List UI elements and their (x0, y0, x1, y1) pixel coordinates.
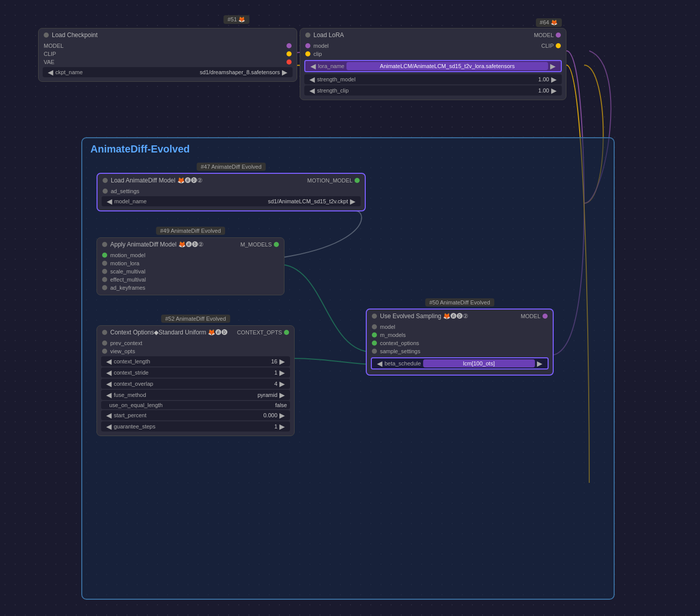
uel-value: false (165, 402, 287, 408)
cs-right[interactable]: ▶ (277, 368, 287, 377)
mn-left-arrow[interactable]: ◀ (105, 197, 114, 205)
lora-name-field[interactable]: ◀ lora_name AnimateLCM/AnimateLCM_sd15_t… (304, 60, 562, 72)
motion-model-in-row: motion_model (97, 251, 284, 259)
gs-right[interactable]: ▶ (277, 422, 287, 430)
lora-clip-label: clip (313, 51, 322, 57)
node50-model-port[interactable] (543, 314, 548, 319)
model-name-field[interactable]: ◀ model_name sd1/AnimateLCM_sd15_t2v.ckp… (102, 196, 361, 206)
m-models-port[interactable] (274, 242, 279, 247)
sp-left[interactable]: ◀ (104, 411, 114, 419)
node47-dot (103, 178, 108, 183)
node49-dot (102, 242, 107, 247)
sc-value: 1.00 (351, 87, 549, 94)
motion-model-port[interactable] (355, 178, 360, 183)
uel-label: use_on_equal_length (109, 402, 163, 408)
sm-value: 1.00 (358, 76, 549, 82)
lora-name-left-arrow[interactable]: ◀ (308, 62, 318, 70)
view-opts-port[interactable] (102, 349, 107, 354)
cs-label: context_stride (114, 369, 148, 376)
node-title: Load Checkpoint (52, 32, 98, 39)
node50-model-label: MODEL (521, 313, 540, 319)
context-length-field[interactable]: ◀ context_length 16 ▶ (101, 356, 290, 366)
sm-right-arrow[interactable]: ▶ (549, 75, 559, 83)
mn-label: model_name (114, 198, 147, 204)
sc-right-arrow[interactable]: ▶ (549, 86, 559, 95)
ckpt-right-arrow[interactable]: ▶ (280, 68, 290, 76)
strength-clip-field[interactable]: ◀ strength_clip 1.00 ▶ (304, 85, 562, 96)
vae-label: VAE (44, 59, 54, 65)
model-port[interactable] (287, 43, 292, 48)
fuse-method-field[interactable]: ◀ fuse_method pyramid ▶ (101, 390, 290, 400)
use-on-equal-length-field[interactable]: use_on_equal_length false (101, 401, 290, 409)
cs-left[interactable]: ◀ (104, 368, 114, 377)
node50-sample-port[interactable] (372, 349, 377, 354)
ad-settings-row: ad_settings (98, 187, 365, 195)
node49-badge: #49 AnimateDiff Evolved (156, 227, 225, 235)
sm-left-arrow[interactable]: ◀ (307, 75, 317, 83)
co-left[interactable]: ◀ (104, 380, 114, 388)
clip-port[interactable] (287, 51, 292, 56)
effect-multival-label: effect_multival (110, 276, 146, 283)
model-right-port[interactable] (556, 33, 561, 38)
fm-value: pyramid (148, 392, 277, 398)
view-opts-label: view_opts (110, 348, 135, 354)
lora-model-in-port[interactable] (305, 43, 310, 48)
context-stride-field[interactable]: ◀ context_stride 1 ▶ (101, 367, 290, 378)
lora-name-value: AnimateLCM/AnimateLCM_sd15_t2v_lora.safe… (346, 62, 548, 70)
bs-left[interactable]: ◀ (375, 359, 385, 367)
clip-right-port[interactable] (556, 43, 561, 48)
node50-sample-label: sample_settings (380, 348, 421, 354)
gs-left[interactable]: ◀ (104, 422, 114, 430)
prev-context-port[interactable] (102, 341, 107, 346)
fm-right[interactable]: ▶ (277, 391, 287, 399)
clip-label: CLIP (44, 51, 56, 57)
ckpt-left-arrow[interactable]: ◀ (46, 68, 55, 76)
cl-right[interactable]: ▶ (277, 357, 287, 365)
node50-model-row: model (367, 323, 553, 331)
effect-multival-row: effect_multival (97, 275, 284, 284)
motion-model-in-port[interactable] (102, 253, 107, 258)
effect-multival-port[interactable] (102, 277, 107, 282)
node50-context-port[interactable] (372, 341, 377, 346)
node50-dot (372, 314, 377, 319)
ckpt-name-field[interactable]: ◀ ckpt_name sd1/dreamshaper_8.safetensor… (43, 67, 293, 77)
node50-context-row: context_options (367, 339, 553, 347)
co-right[interactable]: ▶ (277, 380, 287, 388)
node50-context-label: context_options (380, 340, 419, 346)
lora-clip-in-port[interactable] (305, 51, 310, 56)
ad-keyframes-port[interactable] (102, 285, 107, 290)
bs-right[interactable]: ▶ (535, 359, 545, 367)
start-percent-field[interactable]: ◀ start_percent 0.000 ▶ (101, 410, 290, 420)
load-lora-node: #64 🦊 Load LoRA MODEL model CLIP clip ◀ … (300, 28, 566, 100)
node52-dot (102, 330, 107, 335)
vae-port[interactable] (287, 59, 292, 65)
motion-lora-port[interactable] (102, 261, 107, 266)
m-models-label: M_MODELS (240, 241, 272, 248)
node50-model-in-port[interactable] (372, 324, 377, 329)
gs-label: guarantee_steps (114, 423, 155, 429)
ad-keyframes-label: ad_keyframes (110, 285, 145, 291)
guarantee-steps-field[interactable]: ◀ guarantee_steps 1 ▶ (101, 421, 290, 432)
beta-schedule-field[interactable]: ◀ beta_schedule lcm[100_ots] ▶ (371, 357, 549, 369)
fm-left[interactable]: ◀ (104, 391, 114, 399)
context-opts-port[interactable] (284, 330, 289, 335)
cl-left[interactable]: ◀ (104, 357, 114, 365)
context-overlap-field[interactable]: ◀ context_overlap 4 ▶ (101, 379, 290, 389)
fm-label: fuse_method (114, 392, 146, 398)
lora-model-row: model CLIP (300, 42, 566, 50)
node50-title: Use Evolved Sampling 🦊🅐🅓② (380, 313, 468, 320)
node64-badge: #64 🦊 (536, 18, 562, 27)
sp-right[interactable]: ▶ (277, 411, 287, 419)
lora-clip-row: clip (300, 50, 566, 58)
node47-title: Load AnimateDiff Model 🦊🅐🅓② (111, 177, 203, 184)
sc-left-arrow[interactable]: ◀ (307, 86, 317, 95)
node52-badge: #52 AnimateDiff Evolved (161, 315, 230, 323)
lora-name-right-arrow[interactable]: ▶ (548, 62, 558, 70)
ad-settings-port[interactable] (103, 189, 108, 194)
strength-model-field[interactable]: ◀ strength_model 1.00 ▶ (304, 74, 562, 84)
node50-mmodels-port[interactable] (372, 332, 377, 337)
mn-right-arrow[interactable]: ▶ (348, 197, 358, 205)
sc-label: strength_clip (317, 87, 348, 94)
scale-multival-port[interactable] (102, 269, 107, 274)
node50-mmodels-label: m_models (380, 332, 406, 338)
